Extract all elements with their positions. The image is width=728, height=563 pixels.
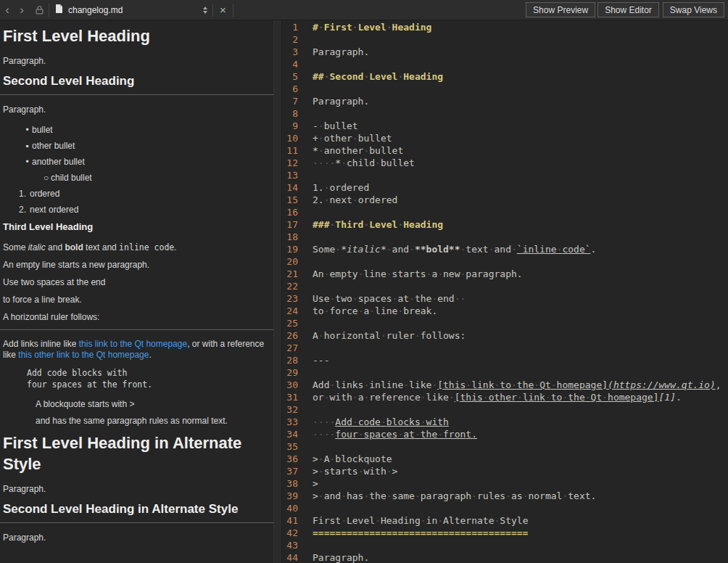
editor-line[interactable]: 42======================================: [282, 527, 728, 539]
code-token-t: .: [676, 392, 682, 403]
code-token-h: ###·Third·Level·Heading: [313, 219, 443, 230]
editor-line[interactable]: 16: [282, 206, 728, 218]
list-marker: ▪: [22, 138, 32, 154]
forward-button[interactable]: ›: [15, 1, 29, 20]
editor-line[interactable]: 38>: [282, 477, 728, 490]
whitespace-dot: ·: [534, 379, 539, 390]
editor-line-content: An·empty·line·starts·a·new·paragraph.: [298, 268, 523, 280]
line-number: 21: [282, 268, 298, 280]
whitespace-dot: ·: [324, 305, 330, 316]
markdown-editor-pane[interactable]: 1#·First·Level·Heading23Paragraph.45##·S…: [282, 20, 728, 563]
whitespace-dot: ·: [313, 416, 318, 427]
editor-line[interactable]: 37>·starts·with·>: [282, 465, 728, 477]
file-icon: [55, 4, 63, 17]
editor-line[interactable]: 21An·empty·line·starts·a·new·paragraph.: [282, 268, 728, 280]
editor-line-content: Some·*italic*·and·**bold**·text·and·`inl…: [298, 243, 596, 255]
editor-line[interactable]: 31or·with·a·reference·like·[this·other·l…: [282, 391, 728, 403]
editor-line[interactable]: 25: [282, 317, 728, 329]
editor-line-content: ····*·child·bullet: [298, 157, 415, 169]
editor-line[interactable]: 2: [282, 33, 728, 46]
whitespace-dot: ·: [318, 490, 324, 501]
preview-text-segment: bold: [65, 242, 83, 252]
editor-line-content: [298, 107, 313, 120]
editor-line[interactable]: 17###·Third·Level·Heading: [282, 218, 728, 231]
preview-scrollbar[interactable]: [273, 20, 282, 563]
editor-line-content: >: [298, 477, 318, 490]
editor-line[interactable]: 41First·Level·Heading·in·Alternate·Style: [282, 514, 728, 527]
editor-line[interactable]: 20: [282, 255, 728, 268]
editor-line[interactable]: 43: [282, 539, 728, 551]
editor-line[interactable]: 26A·horizontal·ruler·follows:: [282, 329, 728, 342]
whitespace-dot: ·: [421, 416, 426, 427]
editor-line[interactable]: 18: [282, 231, 728, 243]
editor-line[interactable]: 6: [282, 83, 728, 95]
list-marker: ○: [41, 170, 51, 186]
editor-line-content: [298, 317, 313, 329]
editor-line[interactable]: 28---: [282, 354, 728, 366]
editor-line[interactable]: 8: [282, 107, 728, 120]
code-token-h: ##·Second·Level·Heading: [313, 71, 443, 82]
editor-line[interactable]: 11*·another·bullet: [282, 144, 728, 157]
editor-line[interactable]: 9-·bullet: [282, 120, 728, 132]
whitespace-dot: ·: [318, 22, 324, 33]
line-number: 16: [282, 206, 298, 218]
preview-heading: Second Level Heading: [0, 73, 273, 95]
editor-line[interactable]: 34····four·spaces·at·the·front.: [282, 428, 728, 440]
editor-line[interactable]: 29: [282, 366, 728, 379]
editor-line[interactable]: 10+·other·bullet: [282, 132, 728, 144]
editor-line[interactable]: 12····*·child·bullet: [282, 157, 728, 169]
line-number: 29: [282, 366, 298, 379]
editor-line[interactable]: 40: [282, 502, 728, 514]
editor-line[interactable]: 3Paragraph.: [282, 46, 728, 58]
editor-line[interactable]: 24to·force·a·line·break.: [282, 305, 728, 317]
whitespace-dot: ·: [409, 293, 415, 304]
editor-line[interactable]: 35: [282, 440, 728, 453]
whitespace-dot: ·: [318, 157, 324, 168]
whitespace-dot: ·: [318, 145, 324, 156]
editor-line[interactable]: 23Use·two·spaces·at·the·end··: [282, 292, 728, 305]
editor-line[interactable]: 7Paragraph.: [282, 95, 728, 107]
editor-line[interactable]: 19Some·*italic*·and·**bold**·text·and·`i…: [282, 243, 728, 255]
preview-text-segment: inline code: [119, 242, 174, 252]
editor-line[interactable]: 27: [282, 342, 728, 354]
whitespace-dot: ·: [341, 490, 347, 501]
code-token-t: ,: [716, 379, 721, 390]
editor-line[interactable]: 1#·First·Level·Heading: [282, 21, 728, 33]
editor-line[interactable]: 5##·Second·Level·Heading: [282, 70, 728, 83]
whitespace-dot: ·: [352, 194, 358, 205]
editor-line[interactable]: 36>·A·blockquote: [282, 453, 728, 465]
whitespace-dot: ·: [415, 429, 421, 440]
swap-views-button[interactable]: Swap Views: [663, 2, 724, 17]
editor-line[interactable]: 141.·ordered: [282, 181, 728, 194]
preview-link[interactable]: this link to the Qt homepage: [79, 339, 187, 349]
show-preview-button[interactable]: Show Preview: [526, 2, 595, 17]
document-tab[interactable]: changelog.md: [49, 0, 198, 20]
editor-line[interactable]: 13: [282, 169, 728, 181]
list-item: •another bullet: [3, 154, 269, 170]
editor-line[interactable]: 22: [282, 280, 728, 292]
editor-line[interactable]: 39>·and·has·the·same·paragraph·rules·as·…: [282, 490, 728, 502]
whitespace-dot: ·: [471, 490, 477, 501]
toolbar-separator: [233, 4, 233, 17]
preview-link[interactable]: this other link to the Qt homepage: [18, 350, 149, 360]
whitespace-dot: ·: [363, 379, 369, 390]
whitespace-dot: ·: [329, 293, 335, 304]
whitespace-dot: ·: [318, 429, 324, 440]
editor-line[interactable]: 152.·next·ordered: [282, 194, 728, 206]
editor-line[interactable]: 44Paragraph.: [282, 551, 728, 563]
editor-line[interactable]: 33····Add·code·blocks·with: [282, 416, 728, 428]
line-number: 32: [282, 403, 298, 416]
back-button[interactable]: ‹: [0, 1, 15, 20]
close-icon[interactable]: ×: [213, 0, 233, 20]
code-token-t: ····: [313, 416, 335, 427]
document-dropdown-icon[interactable]: [198, 0, 212, 20]
editor-line[interactable]: 4: [282, 58, 728, 70]
show-editor-button[interactable]: Show Editor: [597, 2, 659, 17]
editor-line[interactable]: 32: [282, 403, 728, 416]
whitespace-dot: ·: [392, 293, 398, 304]
code-token-t: 1.·ordered: [313, 182, 369, 193]
editor-line[interactable]: 30Add·links·inline·like·[this·link·to·th…: [282, 379, 728, 391]
line-number: 39: [282, 490, 298, 502]
list-marker: 2.: [15, 202, 26, 218]
list-marker: 1.: [15, 186, 26, 202]
